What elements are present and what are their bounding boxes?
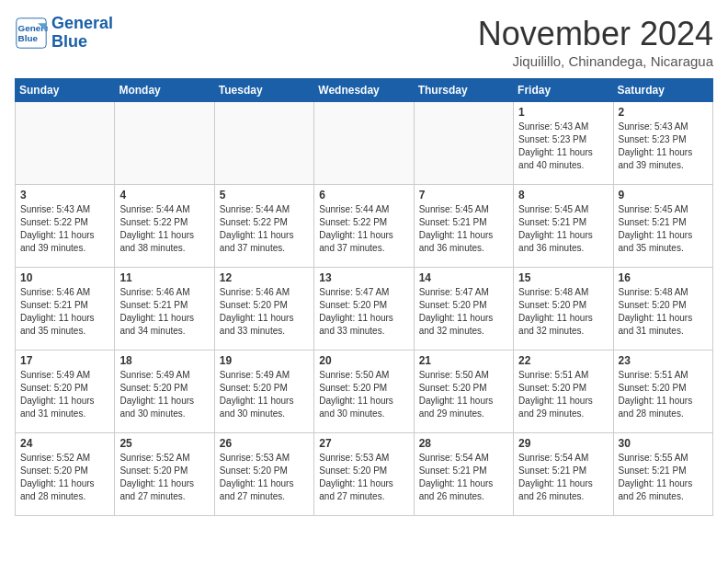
calendar-cell: 25Sunrise: 5:52 AM Sunset: 5:20 PM Dayli… bbox=[115, 433, 214, 516]
calendar-cell: 30Sunrise: 5:55 AM Sunset: 5:21 PM Dayli… bbox=[613, 433, 712, 516]
day-info: Sunrise: 5:55 AM Sunset: 5:21 PM Dayligh… bbox=[619, 452, 708, 503]
calendar-cell: 7Sunrise: 5:45 AM Sunset: 5:21 PM Daylig… bbox=[414, 185, 513, 268]
day-number: 28 bbox=[419, 437, 508, 450]
svg-text:Blue: Blue bbox=[18, 33, 39, 43]
day-info: Sunrise: 5:50 AM Sunset: 5:20 PM Dayligh… bbox=[319, 369, 408, 420]
calendar-cell: 26Sunrise: 5:53 AM Sunset: 5:20 PM Dayli… bbox=[214, 433, 313, 516]
day-number: 1 bbox=[518, 106, 608, 119]
day-number: 23 bbox=[619, 354, 708, 367]
calendar-cell: 13Sunrise: 5:47 AM Sunset: 5:20 PM Dayli… bbox=[314, 268, 414, 350]
calendar-cell bbox=[16, 102, 115, 185]
day-info: Sunrise: 5:54 AM Sunset: 5:21 PM Dayligh… bbox=[518, 452, 608, 503]
calendar-cell: 21Sunrise: 5:50 AM Sunset: 5:20 PM Dayli… bbox=[414, 350, 513, 433]
day-number: 2 bbox=[619, 106, 708, 119]
day-info: Sunrise: 5:47 AM Sunset: 5:20 PM Dayligh… bbox=[419, 286, 508, 338]
weekday-header: Friday bbox=[514, 79, 613, 102]
calendar-cell: 17Sunrise: 5:49 AM Sunset: 5:20 PM Dayli… bbox=[16, 350, 115, 433]
weekday-header: Monday bbox=[115, 79, 214, 102]
day-info: Sunrise: 5:52 AM Sunset: 5:20 PM Dayligh… bbox=[20, 452, 109, 503]
calendar-cell: 27Sunrise: 5:53 AM Sunset: 5:20 PM Dayli… bbox=[314, 433, 414, 516]
day-number: 21 bbox=[419, 354, 508, 367]
day-info: Sunrise: 5:48 AM Sunset: 5:20 PM Dayligh… bbox=[518, 286, 608, 338]
day-number: 9 bbox=[619, 189, 708, 201]
calendar-cell: 9Sunrise: 5:45 AM Sunset: 5:21 PM Daylig… bbox=[613, 185, 712, 268]
day-number: 12 bbox=[220, 271, 309, 284]
day-info: Sunrise: 5:52 AM Sunset: 5:20 PM Dayligh… bbox=[119, 452, 209, 503]
calendar-cell: 2Sunrise: 5:43 AM Sunset: 5:23 PM Daylig… bbox=[613, 102, 712, 185]
calendar-cell: 8Sunrise: 5:45 AM Sunset: 5:21 PM Daylig… bbox=[514, 185, 613, 268]
calendar-week-row: 24Sunrise: 5:52 AM Sunset: 5:20 PM Dayli… bbox=[16, 433, 713, 516]
day-number: 25 bbox=[119, 437, 209, 450]
page-header: General Blue General Blue November 2024 … bbox=[15, 15, 713, 69]
calendar-cell: 15Sunrise: 5:48 AM Sunset: 5:20 PM Dayli… bbox=[514, 268, 613, 350]
month-title: November 2024 bbox=[478, 15, 713, 53]
day-number: 16 bbox=[619, 271, 708, 284]
calendar-cell: 23Sunrise: 5:51 AM Sunset: 5:20 PM Dayli… bbox=[613, 350, 712, 433]
day-info: Sunrise: 5:49 AM Sunset: 5:20 PM Dayligh… bbox=[20, 369, 109, 420]
day-info: Sunrise: 5:43 AM Sunset: 5:23 PM Dayligh… bbox=[619, 121, 708, 172]
day-number: 8 bbox=[518, 189, 608, 201]
day-info: Sunrise: 5:44 AM Sunset: 5:22 PM Dayligh… bbox=[319, 203, 408, 255]
weekday-header: Saturday bbox=[613, 79, 712, 102]
day-number: 27 bbox=[319, 437, 408, 450]
day-info: Sunrise: 5:44 AM Sunset: 5:22 PM Dayligh… bbox=[119, 203, 209, 255]
day-info: Sunrise: 5:46 AM Sunset: 5:21 PM Dayligh… bbox=[119, 286, 209, 338]
day-number: 14 bbox=[419, 271, 508, 284]
day-info: Sunrise: 5:43 AM Sunset: 5:23 PM Dayligh… bbox=[518, 121, 608, 172]
day-number: 13 bbox=[319, 271, 408, 284]
calendar-cell: 29Sunrise: 5:54 AM Sunset: 5:21 PM Dayli… bbox=[514, 433, 613, 516]
weekday-header: Tuesday bbox=[214, 79, 313, 102]
day-number: 11 bbox=[119, 271, 209, 284]
day-info: Sunrise: 5:43 AM Sunset: 5:22 PM Dayligh… bbox=[20, 203, 109, 255]
day-info: Sunrise: 5:49 AM Sunset: 5:20 PM Dayligh… bbox=[119, 369, 209, 420]
calendar-cell: 6Sunrise: 5:44 AM Sunset: 5:22 PM Daylig… bbox=[314, 185, 414, 268]
day-number: 30 bbox=[619, 437, 708, 450]
day-number: 26 bbox=[220, 437, 309, 450]
day-number: 4 bbox=[119, 189, 209, 201]
calendar-cell: 28Sunrise: 5:54 AM Sunset: 5:21 PM Dayli… bbox=[414, 433, 513, 516]
calendar-cell: 14Sunrise: 5:47 AM Sunset: 5:20 PM Dayli… bbox=[414, 268, 513, 350]
day-number: 3 bbox=[20, 189, 109, 201]
weekday-header: Sunday bbox=[16, 79, 115, 102]
day-info: Sunrise: 5:47 AM Sunset: 5:20 PM Dayligh… bbox=[319, 286, 408, 338]
day-info: Sunrise: 5:53 AM Sunset: 5:20 PM Dayligh… bbox=[220, 452, 309, 503]
logo: General Blue General Blue bbox=[15, 15, 113, 52]
weekday-header: Wednesday bbox=[314, 79, 414, 102]
calendar-cell bbox=[414, 102, 513, 185]
logo-icon: General Blue bbox=[15, 17, 48, 50]
calendar-cell: 24Sunrise: 5:52 AM Sunset: 5:20 PM Dayli… bbox=[16, 433, 115, 516]
day-number: 17 bbox=[20, 354, 109, 367]
calendar-cell: 12Sunrise: 5:46 AM Sunset: 5:20 PM Dayli… bbox=[214, 268, 313, 350]
calendar-table: SundayMondayTuesdayWednesdayThursdayFrid… bbox=[15, 78, 713, 516]
weekday-header-row: SundayMondayTuesdayWednesdayThursdayFrid… bbox=[16, 79, 713, 102]
day-info: Sunrise: 5:50 AM Sunset: 5:20 PM Dayligh… bbox=[419, 369, 508, 420]
logo-text: General Blue bbox=[51, 15, 113, 52]
calendar-cell: 1Sunrise: 5:43 AM Sunset: 5:23 PM Daylig… bbox=[514, 102, 613, 185]
day-number: 5 bbox=[220, 189, 309, 201]
title-block: November 2024 Jiquilillo, Chinandega, Ni… bbox=[478, 15, 713, 69]
day-number: 29 bbox=[518, 437, 608, 450]
calendar-cell bbox=[115, 102, 214, 185]
day-number: 19 bbox=[220, 354, 309, 367]
calendar-cell: 22Sunrise: 5:51 AM Sunset: 5:20 PM Dayli… bbox=[514, 350, 613, 433]
day-info: Sunrise: 5:51 AM Sunset: 5:20 PM Dayligh… bbox=[518, 369, 608, 420]
calendar-cell bbox=[314, 102, 414, 185]
day-info: Sunrise: 5:45 AM Sunset: 5:21 PM Dayligh… bbox=[619, 203, 708, 255]
calendar-cell: 10Sunrise: 5:46 AM Sunset: 5:21 PM Dayli… bbox=[16, 268, 115, 350]
day-info: Sunrise: 5:44 AM Sunset: 5:22 PM Dayligh… bbox=[220, 203, 309, 255]
calendar-cell: 11Sunrise: 5:46 AM Sunset: 5:21 PM Dayli… bbox=[115, 268, 214, 350]
day-number: 10 bbox=[20, 271, 109, 284]
calendar-cell bbox=[214, 102, 313, 185]
day-number: 18 bbox=[119, 354, 209, 367]
weekday-header: Thursday bbox=[414, 79, 513, 102]
day-info: Sunrise: 5:51 AM Sunset: 5:20 PM Dayligh… bbox=[619, 369, 708, 420]
day-info: Sunrise: 5:46 AM Sunset: 5:21 PM Dayligh… bbox=[20, 286, 109, 338]
day-number: 24 bbox=[20, 437, 109, 450]
day-info: Sunrise: 5:48 AM Sunset: 5:20 PM Dayligh… bbox=[619, 286, 708, 338]
calendar-cell: 19Sunrise: 5:49 AM Sunset: 5:20 PM Dayli… bbox=[214, 350, 313, 433]
calendar-week-row: 17Sunrise: 5:49 AM Sunset: 5:20 PM Dayli… bbox=[16, 350, 713, 433]
calendar-week-row: 3Sunrise: 5:43 AM Sunset: 5:22 PM Daylig… bbox=[16, 185, 713, 268]
location: Jiquilillo, Chinandega, Nicaragua bbox=[478, 53, 713, 69]
day-number: 22 bbox=[518, 354, 608, 367]
calendar-cell: 18Sunrise: 5:49 AM Sunset: 5:20 PM Dayli… bbox=[115, 350, 214, 433]
